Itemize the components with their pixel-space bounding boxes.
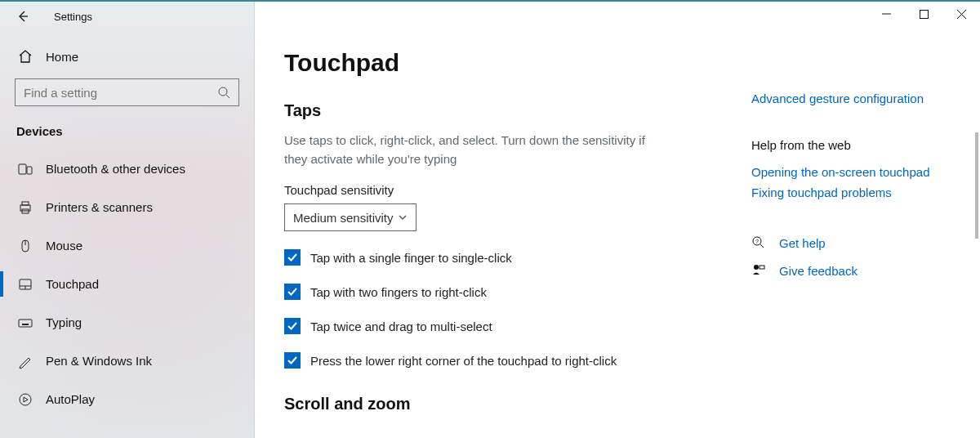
- touchpad-icon: [16, 277, 34, 292]
- get-help-row[interactable]: ? Get help: [751, 235, 947, 250]
- svg-rect-17: [19, 320, 32, 327]
- nav-touchpad[interactable]: Touchpad: [0, 265, 254, 303]
- section-taps: Taps: [284, 101, 766, 120]
- sensitivity-label: Touchpad sensitivity: [284, 183, 766, 197]
- close-button[interactable]: [942, 2, 980, 26]
- content-area: Touchpad Taps Use taps to click, right-c…: [255, 2, 980, 438]
- window-title: Settings: [54, 11, 92, 23]
- help-heading: Help from the web: [751, 138, 947, 152]
- nav-label: Mouse: [46, 239, 82, 253]
- sidebar: Home Devices Bluetooth & other devices P…: [0, 2, 255, 438]
- nav-label: Pen & Windows Ink: [46, 354, 152, 368]
- bluetooth-icon: [16, 162, 34, 177]
- sensitivity-value: Medium sensitivity: [293, 211, 394, 225]
- check-two-finger[interactable]: Tap with two fingers to right-click: [284, 284, 766, 300]
- checkbox-icon: [284, 352, 301, 369]
- search-box[interactable]: [15, 78, 239, 106]
- check-label: Press the lower right corner of the touc…: [310, 354, 617, 368]
- check-label: Tap twice and drag to multi-select: [310, 320, 492, 333]
- search-icon: [217, 86, 230, 99]
- chevron-down-icon: [398, 212, 408, 222]
- taps-description: Use taps to click, right-click, and sele…: [284, 132, 668, 168]
- maximize-button[interactable]: [905, 2, 942, 26]
- check-drag[interactable]: Tap twice and drag to multi-select: [284, 318, 766, 334]
- svg-rect-28: [760, 266, 764, 269]
- help-icon: ?: [751, 235, 769, 250]
- checkbox-icon: [284, 284, 301, 300]
- advanced-link[interactable]: Advanced gesture configuration: [751, 92, 947, 105]
- keyboard-icon: [16, 315, 34, 330]
- checkbox-icon: [284, 318, 301, 334]
- nav-label: Bluetooth & other devices: [46, 162, 185, 176]
- svg-line-6: [226, 95, 229, 98]
- svg-line-25: [760, 244, 764, 248]
- svg-rect-8: [27, 167, 32, 174]
- nav-label: Touchpad: [46, 277, 99, 291]
- pen-icon: [16, 354, 34, 369]
- nav-label: Printers & scanners: [46, 200, 153, 214]
- nav-printers[interactable]: Printers & scanners: [0, 188, 254, 226]
- home-label: Home: [46, 50, 78, 64]
- nav-typing[interactable]: Typing: [0, 303, 254, 342]
- back-button[interactable]: [11, 5, 34, 28]
- svg-rect-10: [22, 202, 29, 205]
- section-header: Devices: [0, 118, 254, 150]
- get-help-link: Get help: [779, 236, 826, 250]
- svg-text:?: ?: [755, 239, 759, 244]
- autoplay-icon: [16, 392, 34, 407]
- scrollbar[interactable]: [975, 132, 978, 239]
- printer-icon: [16, 200, 34, 215]
- check-corner[interactable]: Press the lower right corner of the touc…: [284, 352, 766, 369]
- feedback-link: Give feedback: [779, 264, 858, 278]
- section-scroll: Scroll and zoom: [284, 395, 766, 413]
- nav-pen[interactable]: Pen & Windows Ink: [0, 342, 254, 380]
- mouse-icon: [16, 239, 34, 253]
- check-single-finger[interactable]: Tap with a single finger to single-click: [284, 249, 766, 266]
- svg-point-5: [219, 87, 227, 96]
- nav-label: AutoPlay: [46, 392, 95, 406]
- side-panel: Advanced gesture configuration Help from…: [751, 92, 947, 278]
- title-bar: Settings: [0, 2, 980, 31]
- home-icon: [16, 49, 34, 64]
- check-label: Tap with two fingers to right-click: [310, 285, 487, 299]
- feedback-icon: [751, 263, 769, 278]
- feedback-row[interactable]: Give feedback: [751, 263, 947, 278]
- nav-label: Typing: [46, 315, 82, 329]
- check-label: Tap with a single finger to single-click: [310, 251, 512, 265]
- svg-rect-7: [19, 164, 26, 174]
- svg-point-23: [20, 394, 31, 405]
- sensitivity-select[interactable]: Medium sensitivity: [284, 203, 416, 231]
- search-input[interactable]: [24, 86, 217, 100]
- checkbox-icon: [284, 249, 301, 266]
- nav-autoplay[interactable]: AutoPlay: [0, 380, 254, 418]
- minimize-button[interactable]: [867, 2, 905, 26]
- svg-rect-2: [920, 10, 928, 18]
- page-title: Touchpad: [284, 49, 766, 77]
- nav-mouse[interactable]: Mouse: [0, 226, 254, 265]
- home-nav[interactable]: Home: [0, 41, 254, 72]
- nav-bluetooth[interactable]: Bluetooth & other devices: [0, 150, 254, 188]
- svg-point-27: [754, 265, 759, 270]
- help-link-fixing[interactable]: Fixing touchpad problems: [751, 185, 947, 199]
- help-link-onscreen[interactable]: Opening the on-screen touchpad: [751, 165, 947, 179]
